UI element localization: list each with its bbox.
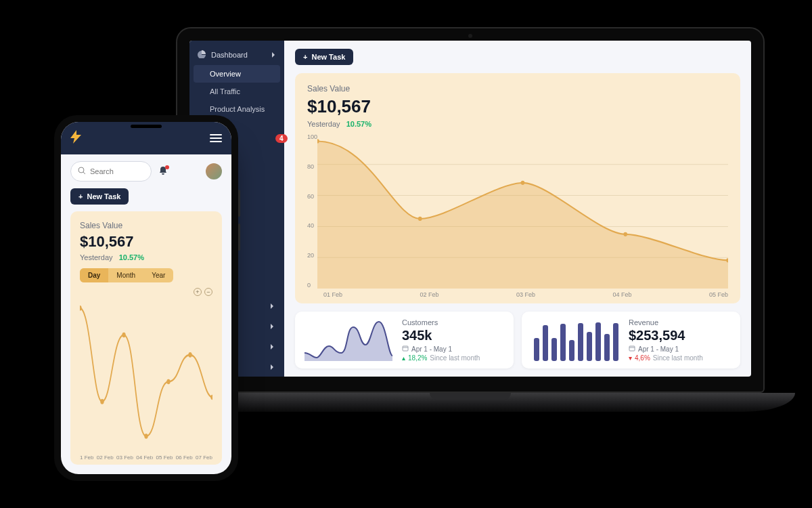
sales-value-card: Sales Value $10,567 Yesterday 10.57% 100… <box>295 73 740 303</box>
sidebar-item-label: Product Analysis <box>210 105 265 113</box>
revenue-card: Revenue $253,594 Apr 1 - May 1 ▾ 4,6% Si… <box>522 312 740 368</box>
sidebar-item-all-traffic[interactable]: All Traffic <box>189 83 284 100</box>
card-value: $10,567 <box>307 96 728 117</box>
chevron-right-icon[interactable] <box>269 363 275 371</box>
svg-point-7 <box>623 232 627 236</box>
chevron-right-icon[interactable] <box>269 302 275 310</box>
stat-range: Apr 1 - May 1 <box>629 345 703 353</box>
stat-label: Customers <box>402 318 480 326</box>
phone-header <box>61 122 231 154</box>
new-task-button[interactable]: + New Task <box>70 188 129 205</box>
svg-point-31 <box>210 395 212 400</box>
notification-badge[interactable]: 4 <box>275 134 288 143</box>
svg-point-25 <box>80 305 82 311</box>
phone-device: + New Task Sales Value $10,567 Yesterday… <box>54 115 238 481</box>
search-box[interactable] <box>70 161 152 182</box>
stat-delta: ▾ 4,6% Since last month <box>629 354 703 362</box>
y-tick: 20 <box>307 252 317 259</box>
y-tick: 60 <box>307 193 317 200</box>
sidebar-item-overview[interactable]: Overview <box>194 65 280 83</box>
x-axis: 1 Feb 02 Feb 03 Feb 04 Feb 05 Feb 06 Feb… <box>80 452 212 461</box>
svg-rect-19 <box>604 334 610 361</box>
svg-point-29 <box>166 379 170 385</box>
tab-year[interactable]: Year <box>143 268 173 282</box>
x-tick: 01 Feb <box>323 291 342 298</box>
y-axis: 100 80 60 40 20 0 <box>307 133 317 289</box>
svg-rect-16 <box>578 323 583 361</box>
sub-label: Yesterday <box>307 120 340 128</box>
sub-label: Yesterday <box>80 253 113 261</box>
button-label: New Task <box>87 192 120 200</box>
card-title: Sales Value <box>80 221 212 230</box>
plus-icon: + <box>303 53 307 61</box>
sales-value-card-mobile: Sales Value $10,567 Yesterday 10.57% Day… <box>70 211 222 465</box>
svg-rect-17 <box>587 332 592 361</box>
pie-icon <box>198 50 206 60</box>
stat-value: $253,594 <box>629 328 703 343</box>
stat-label: Revenue <box>629 318 703 326</box>
x-tick: 05 Feb <box>156 454 173 461</box>
svg-rect-21 <box>629 346 635 351</box>
x-tick: 04 Feb <box>612 291 631 298</box>
x-tick: 06 Feb <box>176 454 193 461</box>
svg-rect-11 <box>534 338 539 361</box>
card-title: Sales Value <box>307 84 728 93</box>
chevron-right-icon[interactable] <box>269 322 275 331</box>
svg-rect-13 <box>551 338 557 361</box>
y-tick: 100 <box>307 133 317 140</box>
customers-card: Customers 345k Apr 1 - May 1 ▴ 18,2% Sin… <box>295 312 514 368</box>
new-task-button[interactable]: + New Task <box>295 49 353 65</box>
svg-rect-9 <box>403 346 408 351</box>
sub-pct: 10.57% <box>119 253 144 261</box>
zoom-out-icon[interactable]: − <box>204 288 212 296</box>
search-icon <box>78 165 86 177</box>
calendar-icon <box>402 345 409 353</box>
stat-delta: ▴ 18,2% Since last month <box>402 354 480 362</box>
zoom-in-icon[interactable]: + <box>194 288 202 296</box>
range-segmented-control: Day Month Year <box>80 268 173 282</box>
x-tick: 07 Feb <box>196 454 212 461</box>
sidebar-item-label: Dashboard <box>211 51 248 59</box>
sidebar-item-dashboard[interactable]: Dashboard <box>189 45 284 65</box>
menu-icon[interactable] <box>210 132 222 144</box>
tab-day[interactable]: Day <box>80 268 108 282</box>
arrow-up-icon: ▴ <box>402 354 405 362</box>
bolt-icon[interactable] <box>70 130 81 147</box>
button-label: New Task <box>311 53 345 61</box>
svg-point-28 <box>144 433 148 439</box>
x-axis: 01 Feb 02 Feb 03 Feb 04 Feb 05 Feb <box>307 289 728 298</box>
toolbar: + New Task <box>295 49 740 65</box>
svg-point-27 <box>122 333 125 338</box>
x-tick: 02 Feb <box>420 291 438 298</box>
card-subtitle: Yesterday 10.57% <box>80 253 212 261</box>
revenue-bar-chart <box>531 319 619 361</box>
svg-point-23 <box>78 167 84 173</box>
laptop-base <box>145 393 795 412</box>
chevron-right-icon <box>271 51 276 59</box>
svg-point-30 <box>188 352 191 358</box>
sidebar-item-label: Overview <box>210 70 241 78</box>
x-tick: 04 Feb <box>136 454 153 461</box>
laptop-screen: Dashboard Overview All Traffic Product A… <box>189 41 751 377</box>
laptop-bezel: Dashboard Overview All Traffic Product A… <box>176 27 765 393</box>
sidebar-item-label: All Traffic <box>210 87 240 96</box>
x-tick: 05 Feb <box>709 291 728 298</box>
plus-icon: + <box>78 192 83 200</box>
svg-rect-12 <box>543 325 548 361</box>
svg-point-26 <box>100 399 104 404</box>
arrow-down-icon: ▾ <box>629 354 632 362</box>
svg-point-6 <box>521 181 525 185</box>
chevron-right-icon[interactable] <box>269 343 275 351</box>
search-input[interactable] <box>90 167 137 175</box>
svg-rect-15 <box>569 340 574 361</box>
x-tick: 03 Feb <box>516 291 535 298</box>
bell-icon[interactable] <box>158 166 168 177</box>
phone-screen: + New Task Sales Value $10,567 Yesterday… <box>61 122 231 474</box>
customers-sparkline <box>304 319 392 361</box>
laptop-device: Dashboard Overview All Traffic Product A… <box>176 27 785 447</box>
main-content: + New Task Sales Value $10,567 Yesterday… <box>284 41 751 377</box>
card-subtitle: Yesterday 10.57% <box>307 120 728 128</box>
y-tick: 40 <box>307 222 317 229</box>
tab-month[interactable]: Month <box>108 268 143 282</box>
avatar[interactable] <box>206 163 222 179</box>
